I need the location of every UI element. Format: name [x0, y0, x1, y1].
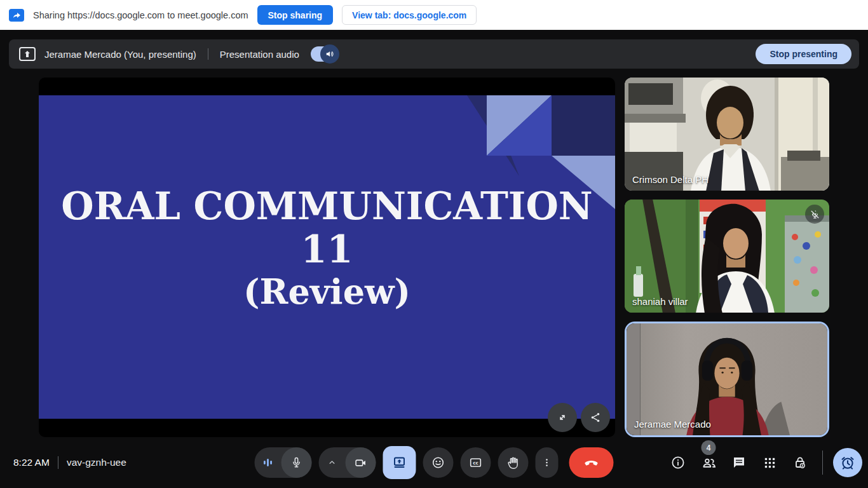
mic-off-icon — [810, 209, 820, 220]
present-icon — [19, 47, 36, 61]
audio-level-indicator — [255, 447, 281, 478]
meeting-control-bar: 8:22 AM vav-gznh-uee — [0, 437, 868, 488]
participant-name: Crimson Delta PH — [632, 174, 709, 185]
clock-time: 8:22 AM — [13, 457, 50, 468]
participant-tile-crimson[interactable]: Crimson Delta PH — [625, 78, 829, 191]
present-now-button[interactable] — [383, 446, 416, 479]
tab-sharing-bar: Sharing https://docs.google.com to meet.… — [0, 0, 868, 30]
people-panel-button[interactable]: 4 — [696, 450, 721, 475]
speaker-icon — [325, 50, 334, 58]
stop-presenting-button[interactable]: Stop presenting — [756, 44, 851, 64]
presenter-label: Jeramae Mercado (You, presenting) — [44, 49, 196, 60]
captions-icon: cc — [469, 456, 483, 470]
participant-strip: Crimson Delta PH — [625, 78, 829, 437]
present-screen-icon — [392, 455, 407, 470]
reactions-button[interactable] — [423, 447, 454, 478]
stop-sharing-button[interactable]: Stop sharing — [257, 5, 334, 25]
microphone-button[interactable] — [255, 447, 312, 478]
people-icon — [701, 455, 717, 471]
call-controls: cc — [255, 437, 614, 488]
tab-share-icon — [9, 9, 24, 22]
meeting-panels: 4 — [666, 437, 862, 488]
participant-tile-shaniah[interactable]: shaniah villar — [625, 200, 829, 313]
captions-button[interactable]: cc — [461, 447, 491, 478]
raised-hand-icon — [506, 456, 520, 470]
slide-title-line1: ORAL COMMUNICATION 11 — [39, 185, 615, 271]
more-vertical-icon — [541, 457, 553, 468]
apps-grid-icon — [763, 456, 777, 470]
presenting-header: Jeramae Mercado (You, presenting) Presen… — [9, 39, 859, 69]
slide-action-buttons — [548, 403, 610, 432]
end-call-button[interactable] — [569, 447, 614, 478]
host-controls-button[interactable] — [788, 450, 812, 475]
toggle-thumb — [320, 44, 339, 64]
up-arrow-icon — [24, 50, 31, 58]
equalizer-icon — [263, 458, 273, 468]
mic-toggle[interactable] — [281, 447, 312, 478]
google-meet-window: Sharing https://docs.google.com to meet.… — [0, 0, 868, 488]
camera-options[interactable] — [319, 447, 346, 478]
lock-person-icon — [792, 455, 808, 470]
info-icon — [670, 455, 686, 470]
chat-panel-button[interactable] — [727, 450, 751, 475]
chevron-up-icon — [327, 458, 337, 468]
meeting-details-button[interactable] — [666, 450, 690, 475]
more-options-button[interactable] — [536, 447, 559, 478]
call-end-icon — [583, 454, 600, 471]
view-tab-button[interactable]: View tab: docs.google.com — [342, 5, 477, 25]
info-divider — [58, 456, 58, 469]
activities-button[interactable] — [757, 450, 782, 475]
expand-presentation-button[interactable] — [548, 403, 577, 432]
participant-name: Jeramae Mercado — [634, 419, 711, 430]
slide-title-line2: (Review) — [243, 271, 410, 313]
svg-text:cc: cc — [473, 460, 478, 466]
timer-tool-button[interactable] — [833, 448, 862, 477]
share-arrow-icon — [11, 11, 22, 19]
expand-icon — [556, 411, 569, 424]
smiley-icon — [431, 456, 445, 470]
participant-count-badge: 4 — [702, 440, 716, 455]
participant-tile-jeramae[interactable]: Jeramae Mercado — [625, 322, 829, 437]
presentation-slide: ORAL COMMUNICATION 11 (Review) — [39, 95, 615, 419]
chat-icon — [731, 455, 747, 470]
camera-button[interactable] — [319, 447, 376, 478]
meeting-code: vav-gznh-uee — [67, 457, 126, 468]
videocam-icon — [354, 456, 367, 470]
share-presentation-button[interactable] — [581, 403, 610, 432]
muted-indicator — [805, 205, 824, 224]
mic-icon — [290, 456, 303, 469]
panel-divider — [822, 451, 823, 475]
presentation-audio-label: Presentation audio — [220, 49, 299, 60]
alarm-clock-icon — [839, 454, 856, 471]
sharing-message: Sharing https://docs.google.com to meet.… — [33, 10, 248, 20]
meeting-info: 8:22 AM vav-gznh-uee — [13, 437, 126, 488]
presentation-audio-toggle[interactable] — [311, 46, 339, 62]
raise-hand-button[interactable] — [498, 447, 529, 478]
share-icon — [590, 412, 601, 423]
camera-toggle[interactable] — [346, 447, 376, 478]
shared-screen-stage: ORAL COMMUNICATION 11 (Review) — [39, 78, 615, 437]
header-divider — [208, 48, 208, 60]
participant-name: shaniah villar — [632, 296, 688, 307]
